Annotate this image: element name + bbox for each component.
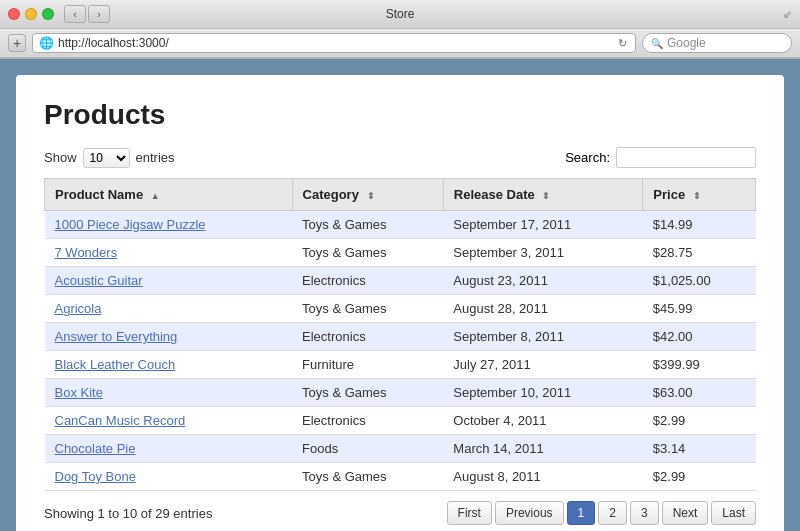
cell-price: $1,025.00: [643, 267, 756, 295]
cell-category: Toys & Games: [292, 379, 443, 407]
product-link[interactable]: Agricola: [55, 301, 102, 316]
table-row: CanCan Music RecordElectronicsOctober 4,…: [45, 407, 756, 435]
search-icon: 🔍: [651, 38, 663, 49]
back-button[interactable]: ‹: [64, 5, 86, 23]
pagination: First Previous 1 2 3 Next Last: [447, 501, 756, 525]
product-link[interactable]: Box Kite: [55, 385, 103, 400]
show-label: Show: [44, 150, 77, 165]
product-link[interactable]: 7 Wonders: [55, 245, 118, 260]
cell-release-date: September 3, 2011: [443, 239, 642, 267]
col-header-price[interactable]: Price ⇕: [643, 179, 756, 211]
cell-product-name: Black Leather Couch: [45, 351, 293, 379]
next-page-button[interactable]: Next: [662, 501, 709, 525]
cell-price: $45.99: [643, 295, 756, 323]
cell-category: Toys & Games: [292, 463, 443, 491]
table-body: 1000 Piece Jigsaw PuzzleToys & GamesSept…: [45, 211, 756, 491]
col-header-name[interactable]: Product Name ▲: [45, 179, 293, 211]
table-row: Acoustic GuitarElectronicsAugust 23, 201…: [45, 267, 756, 295]
cell-price: $63.00: [643, 379, 756, 407]
table-row: Box KiteToys & GamesSeptember 10, 2011$6…: [45, 379, 756, 407]
show-entries-control: Show 10 25 50 100 entries: [44, 148, 175, 168]
product-link[interactable]: Acoustic Guitar: [55, 273, 143, 288]
cell-release-date: August 23, 2011: [443, 267, 642, 295]
cell-product-name: Dog Toy Bone: [45, 463, 293, 491]
cell-price: $42.00: [643, 323, 756, 351]
url-text: http://localhost:3000/: [58, 36, 612, 50]
cell-price: $399.99: [643, 351, 756, 379]
sort-icon-release-date: ⇕: [542, 191, 550, 201]
table-row: Black Leather CouchFurnitureJuly 27, 201…: [45, 351, 756, 379]
forward-button[interactable]: ›: [88, 5, 110, 23]
controls-row: Show 10 25 50 100 entries Search:: [44, 147, 756, 168]
cell-category: Toys & Games: [292, 211, 443, 239]
col-header-category[interactable]: Category ⇕: [292, 179, 443, 211]
cell-price: $2.99: [643, 407, 756, 435]
sort-icon-category: ⇕: [367, 191, 375, 201]
cell-product-name: Agricola: [45, 295, 293, 323]
prev-page-button[interactable]: Previous: [495, 501, 564, 525]
cell-release-date: September 8, 2011: [443, 323, 642, 351]
minimize-button[interactable]: [25, 8, 37, 20]
table-row: AgricolaToys & GamesAugust 28, 2011$45.9…: [45, 295, 756, 323]
search-label: Google: [667, 36, 706, 50]
table-row: Chocolate PieFoodsMarch 14, 2011$3.14: [45, 435, 756, 463]
col-header-release-date[interactable]: Release Date ⇕: [443, 179, 642, 211]
search-control: Search:: [565, 147, 756, 168]
page-title: Products: [44, 99, 756, 131]
cell-product-name: 7 Wonders: [45, 239, 293, 267]
product-link[interactable]: Answer to Everything: [55, 329, 178, 344]
cell-category: Electronics: [292, 267, 443, 295]
page-1-button[interactable]: 1: [567, 501, 596, 525]
search-input[interactable]: [616, 147, 756, 168]
nav-buttons: ‹ ›: [64, 5, 110, 23]
cell-price: $14.99: [643, 211, 756, 239]
address-bar-row: + 🌐 http://localhost:3000/ ↻ 🔍 Google: [0, 29, 800, 58]
entries-select[interactable]: 10 25 50 100: [83, 148, 130, 168]
product-link[interactable]: Dog Toy Bone: [55, 469, 136, 484]
products-table: Product Name ▲ Category ⇕ Release Date ⇕…: [44, 178, 756, 491]
content-area: Products Show 10 25 50 100 entries Searc…: [16, 75, 784, 531]
cell-category: Electronics: [292, 407, 443, 435]
cell-category: Foods: [292, 435, 443, 463]
footer-row: Showing 1 to 10 of 29 entries First Prev…: [44, 501, 756, 525]
cell-product-name: CanCan Music Record: [45, 407, 293, 435]
last-page-button[interactable]: Last: [711, 501, 756, 525]
cell-release-date: July 27, 2011: [443, 351, 642, 379]
refresh-button[interactable]: ↻: [616, 37, 629, 50]
resize-icon: ⇙: [783, 8, 792, 21]
maximize-button[interactable]: [42, 8, 54, 20]
cell-category: Toys & Games: [292, 295, 443, 323]
table-row: Answer to EverythingElectronicsSeptember…: [45, 323, 756, 351]
product-link[interactable]: CanCan Music Record: [55, 413, 186, 428]
cell-release-date: March 14, 2011: [443, 435, 642, 463]
browser-search-bar[interactable]: 🔍 Google: [642, 33, 792, 53]
page-wrapper: Products Show 10 25 50 100 entries Searc…: [0, 59, 800, 531]
page-3-button[interactable]: 3: [630, 501, 659, 525]
cell-product-name: Answer to Everything: [45, 323, 293, 351]
product-link[interactable]: Chocolate Pie: [55, 441, 136, 456]
cell-product-name: Chocolate Pie: [45, 435, 293, 463]
traffic-lights: [8, 8, 54, 20]
close-button[interactable]: [8, 8, 20, 20]
page-2-button[interactable]: 2: [598, 501, 627, 525]
cell-product-name: Acoustic Guitar: [45, 267, 293, 295]
globe-icon: 🌐: [39, 36, 54, 50]
first-page-button[interactable]: First: [447, 501, 492, 525]
table-header-row: Product Name ▲ Category ⇕ Release Date ⇕…: [45, 179, 756, 211]
cell-price: $28.75: [643, 239, 756, 267]
cell-release-date: September 17, 2011: [443, 211, 642, 239]
add-tab-button[interactable]: +: [8, 34, 26, 52]
cell-category: Furniture: [292, 351, 443, 379]
cell-price: $3.14: [643, 435, 756, 463]
cell-price: $2.99: [643, 463, 756, 491]
cell-release-date: September 10, 2011: [443, 379, 642, 407]
cell-category: Toys & Games: [292, 239, 443, 267]
sort-icon-price: ⇕: [693, 191, 701, 201]
cell-category: Electronics: [292, 323, 443, 351]
product-link[interactable]: 1000 Piece Jigsaw Puzzle: [55, 217, 206, 232]
product-link[interactable]: Black Leather Couch: [55, 357, 176, 372]
address-bar[interactable]: 🌐 http://localhost:3000/ ↻: [32, 33, 636, 53]
sort-icon-name: ▲: [151, 191, 160, 201]
showing-text: Showing 1 to 10 of 29 entries: [44, 506, 212, 521]
cell-release-date: October 4, 2011: [443, 407, 642, 435]
